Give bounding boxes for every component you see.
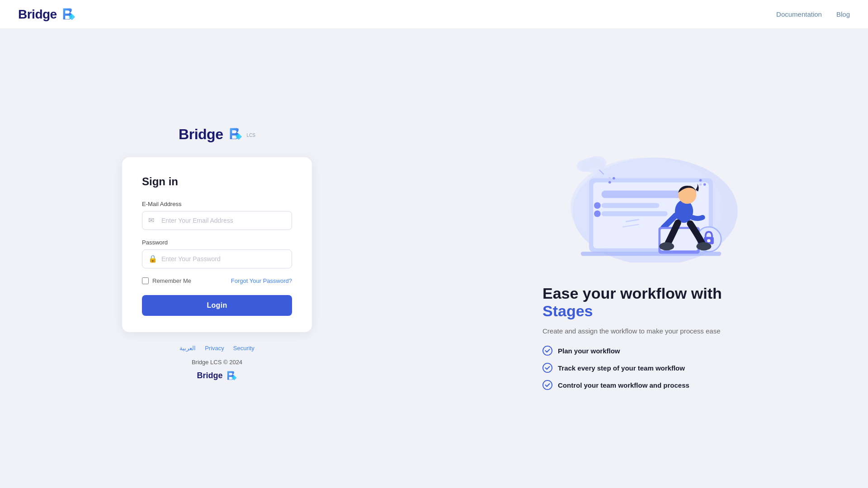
brand-b-icon: [226, 126, 243, 142]
brand-lcs: LCS: [246, 133, 255, 138]
tagline: Ease your workflow with Stages Create an…: [542, 284, 760, 390]
svg-point-7: [594, 202, 601, 209]
svg-point-28: [609, 177, 611, 179]
logo-text: Bridge: [18, 7, 57, 22]
feature-text-3: Control your team workflow and process: [558, 381, 689, 389]
footer-b-icon: [225, 370, 237, 382]
brand-logo: Bridge LCS: [179, 126, 255, 143]
password-input[interactable]: [142, 249, 292, 268]
feature-text-1: Plan your workflow: [558, 347, 620, 355]
svg-point-29: [699, 179, 702, 181]
email-input-wrapper: ✉: [142, 211, 292, 230]
svg-point-25: [594, 171, 597, 174]
remember-checkbox[interactable]: [142, 277, 149, 284]
header: Bridge Documentation Blog: [0, 0, 868, 29]
check-icon-2: [542, 363, 552, 373]
nav-blog[interactable]: Blog: [836, 10, 850, 18]
footer-link-security[interactable]: Security: [233, 345, 255, 352]
svg-point-33: [543, 363, 552, 372]
svg-rect-5: [601, 203, 659, 208]
svg-point-34: [543, 380, 552, 389]
password-label: Password: [142, 239, 292, 246]
tagline-sub: Create and assign the workflow to make y…: [542, 327, 760, 335]
svg-point-26: [609, 181, 611, 183]
footer-logo-small: Bridge: [192, 370, 242, 382]
header-logo: Bridge: [18, 6, 76, 23]
forgot-password-link[interactable]: Forgot Your Password?: [231, 277, 292, 284]
feature-item-2: Track every step of your team workflow: [542, 363, 760, 373]
svg-point-8: [594, 210, 601, 217]
svg-rect-11: [707, 239, 710, 242]
svg-point-30: [703, 183, 706, 185]
form-extras: Remember Me Forgot Your Password?: [142, 277, 292, 284]
remember-me-text: Remember Me: [152, 277, 191, 284]
right-panel: Ease your workflow with Stages Create an…: [434, 29, 868, 488]
remember-me-label[interactable]: Remember Me: [142, 277, 191, 284]
tagline-line1: Ease your workflow with: [542, 285, 722, 302]
footer-links: العربية Privacy Security: [179, 345, 255, 352]
svg-point-27: [613, 177, 615, 179]
email-group: E-Mail Address ✉: [142, 201, 292, 230]
feature-item-3: Control your team workflow and process: [542, 380, 760, 390]
check-icon-3: [542, 380, 552, 390]
svg-point-32: [543, 346, 552, 355]
svg-rect-6: [601, 211, 667, 216]
main-layout: Bridge LCS Sign in: [0, 29, 868, 488]
svg-point-18: [696, 242, 711, 250]
svg-point-23: [577, 160, 592, 172]
footer-link-arabic[interactable]: العربية: [179, 345, 196, 352]
password-input-wrapper: 🔒: [142, 249, 292, 268]
footer-copyright: Bridge LCS © 2024: [192, 359, 242, 366]
left-panel: Bridge LCS Sign in: [0, 29, 434, 488]
header-nav: Documentation Blog: [776, 10, 850, 18]
feature-list: Plan your workflow Track every step of y…: [542, 346, 760, 390]
logo-b-icon: [60, 6, 76, 23]
illustration: [556, 127, 746, 263]
footer-logo-name: Bridge: [197, 371, 222, 380]
login-button[interactable]: Login: [142, 295, 292, 316]
check-icon-1: [542, 346, 552, 356]
footer-brand: Bridge LCS © 2024 Bridge: [192, 358, 242, 382]
email-input[interactable]: [142, 211, 292, 230]
svg-point-17: [659, 242, 674, 250]
footer-link-privacy[interactable]: Privacy: [205, 345, 224, 352]
brand-name: Bridge: [179, 126, 223, 143]
feature-text-2: Track every step of your team workflow: [558, 364, 685, 372]
nav-documentation[interactable]: Documentation: [776, 10, 822, 18]
password-group: Password 🔒: [142, 239, 292, 268]
svg-rect-4: [601, 190, 684, 197]
feature-item-1: Plan your workflow: [542, 346, 760, 356]
illustration-svg: [556, 127, 746, 263]
signin-title: Sign in: [142, 175, 292, 188]
email-label: E-Mail Address: [142, 201, 292, 207]
svg-rect-12: [581, 252, 721, 256]
signin-card: Sign in E-Mail Address ✉ Password 🔒: [122, 157, 312, 332]
svg-point-31: [699, 183, 702, 185]
tagline-highlight: Stages: [542, 302, 593, 319]
